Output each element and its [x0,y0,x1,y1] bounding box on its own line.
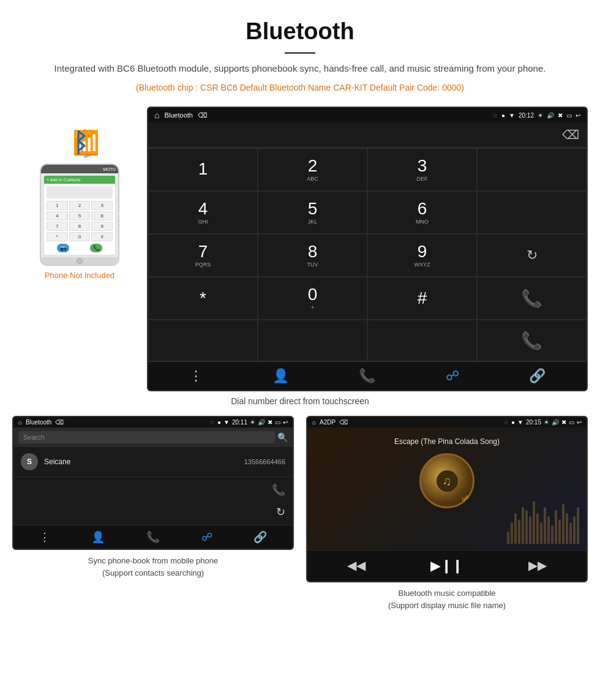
dial-key-6[interactable]: 6MNO [367,191,477,234]
pb-window-icon[interactable]: ▭ [275,419,280,426]
music-caption-line2: (Support display music file name) [388,601,506,610]
music-close-icon[interactable]: ✖ [561,419,566,426]
dial-key-4[interactable]: 4GHI [148,191,258,234]
dial-key-0[interactable]: 0+ [258,277,367,320]
backspace-button[interactable]: ⌫ [562,127,579,142]
music-signal-icon: ▼ [517,419,523,426]
android-dial-screen: ⌂ Bluetooth ⌫ ☆ ● ▼ 20:12 ☀ 🔊 ✖ ▭ ↩ [147,107,588,391]
phone-screen: + Add to Contacts 1 2 3 4 5 6 [43,175,116,255]
pb-home-icon[interactable]: ⌂ [18,419,22,426]
phone-call-btn[interactable]: 📞 [90,244,102,252]
dial-key-1[interactable]: 1 [148,148,258,191]
album-bt-icon: ☍ [462,494,469,503]
music-status-left: ⌂ A2DP ⌫ [312,419,348,426]
phone-key-4[interactable]: 4 [47,211,68,220]
music-home-icon[interactable]: ⌂ [312,419,316,426]
dial-cell-empty-bottom-3 [367,320,477,361]
phone-key-0[interactable]: 0 [69,232,91,241]
back-icon[interactable]: ↩ [576,112,580,119]
phonebook-contact[interactable]: S Seicane 13566664466 [13,447,293,477]
phone-home-button[interactable] [77,258,83,264]
phone-key-6[interactable]: 6 [91,211,113,220]
music-window-icon[interactable]: ▭ [569,419,574,426]
dial-key-hash[interactable]: # [367,277,477,320]
contact-avatar: S [21,453,38,470]
phone-dialpad: 1 2 3 4 5 6 7 8 9 * 0 # [47,201,113,241]
phone-key-9[interactable]: 9 [91,222,113,231]
dial-key-9[interactable]: 9WXYZ [367,234,477,277]
phone-key-1[interactable]: 1 [47,201,68,210]
music-status-bar: ⌂ A2DP ⌫ ☆ ● ▼ 20:15 ☀ 🔊 ✖ ▭ ↩ [307,417,587,427]
phonebook-frame: ⌂ Bluetooth ⌫ ☆ ● ▼ 20:11 ☀ 🔊 ✖ ▭ ↩ [12,416,294,550]
pb-call-icon[interactable]: 📞 [272,483,285,497]
pb-volume-icon[interactable]: 🔊 [258,419,265,426]
pb-back-icon[interactable]: ↩ [283,419,288,426]
nav-link-icon[interactable]: 🔗 [529,368,546,384]
home-icon[interactable]: ⌂ [154,110,159,120]
pb-nav-person-icon[interactable]: 👤 [91,530,105,544]
page-header: Bluetooth Integrated with BC6 Bluetooth … [0,0,600,107]
nav-bluetooth-icon[interactable]: ☍ [446,368,459,384]
pb-refresh-icon[interactable]: ↻ [276,505,285,519]
phone-key-hash[interactable]: # [91,232,113,241]
pb-nav-phone-icon[interactable]: 📞 [146,530,160,544]
phone-key-star[interactable]: * [47,232,68,241]
dial-key-8[interactable]: 8TUV [258,234,367,277]
phone-key-2[interactable]: 2 [69,201,91,210]
phone-key-8[interactable]: 8 [69,222,91,231]
phone-key-5[interactable]: 5 [69,211,91,220]
music-camera-icon[interactable]: ☀ [544,419,549,426]
search-input[interactable]: Search [18,431,275,443]
camera-icon[interactable]: ☀ [538,112,543,119]
phone-key-7[interactable]: 7 [47,222,68,231]
phone-key-3[interactable]: 3 [91,201,113,210]
next-track-button[interactable]: ▶▶ [528,558,547,574]
dial-cell-empty-bottom-1 [148,320,258,361]
phone-video-btn[interactable]: 📷 [57,244,69,252]
dial-cell-refresh[interactable]: ↻ [477,234,587,277]
dial-cell-empty-bottom-2 [258,320,367,361]
music-volume-icon[interactable]: 🔊 [552,419,559,426]
pb-nav-bt-icon[interactable]: ☍ [201,530,212,544]
dial-key-2[interactable]: 2ABC [258,148,367,191]
phone-top-bar: MOTO [41,165,118,173]
contact-number: 13566664466 [244,458,285,465]
pb-status-left: ⌂ Bluetooth ⌫ [18,419,64,426]
prev-track-button[interactable]: ◀◀ [347,558,366,574]
svg-text:📶: 📶 [72,129,98,157]
pb-location-icon: ● [217,419,221,426]
window-icon[interactable]: ▭ [566,112,572,119]
header-specs: (Bluetooth chip : CSR BC6 Default Blueto… [24,81,576,94]
pb-nav-grid-icon[interactable]: ⋮ [39,530,50,544]
nav-grid-icon[interactable]: ⋮ [189,368,203,384]
dial-key-5[interactable]: 5JKL [258,191,367,234]
search-icon[interactable]: 🔍 [277,432,288,442]
nav-phone-icon[interactable]: 📞 [359,368,375,384]
contact-name: Seicane [44,457,244,466]
nav-user-icon[interactable]: 👤 [272,368,289,384]
music-status-right: ☆ ● ▼ 20:15 ☀ 🔊 ✖ ▭ ↩ [503,419,582,426]
music-usb-icon: ⌫ [339,419,348,426]
album-art-inner: ♫ [437,470,458,492]
pb-title: Bluetooth [26,419,51,426]
dial-cell-call-red[interactable]: 📞 [477,320,587,361]
pb-nav-link-icon[interactable]: 🔗 [253,530,267,544]
volume-icon[interactable]: 🔊 [547,112,554,119]
music-back-icon[interactable]: ↩ [577,419,582,426]
song-title: Escape (The Pina Colada Song) [394,437,500,446]
pb-action-icons: 📞 ↻ [13,477,293,525]
pb-close-icon[interactable]: ✖ [268,419,272,426]
pb-camera-icon[interactable]: ☀ [250,419,255,426]
pb-usb-icon: ⌫ [55,419,64,426]
dial-cell-call-green[interactable]: 📞 [477,277,587,320]
status-bar-left: ⌂ Bluetooth ⌫ [154,110,208,120]
dial-key-star[interactable]: * [148,277,258,320]
dial-key-3[interactable]: 3DEF [367,148,477,191]
phonebook-status-bar: ⌂ Bluetooth ⌫ ☆ ● ▼ 20:11 ☀ 🔊 ✖ ▭ ↩ [13,417,293,427]
close-icon[interactable]: ✖ [558,112,563,119]
music-controls: ◀◀ ▶❙❙ ▶▶ [307,550,587,581]
bluetooth-signal-icon: 📶 [61,125,98,159]
play-pause-button[interactable]: ▶❙❙ [430,558,463,574]
dial-key-7[interactable]: 7PQRS [148,234,258,277]
page-title: Bluetooth [24,18,576,45]
